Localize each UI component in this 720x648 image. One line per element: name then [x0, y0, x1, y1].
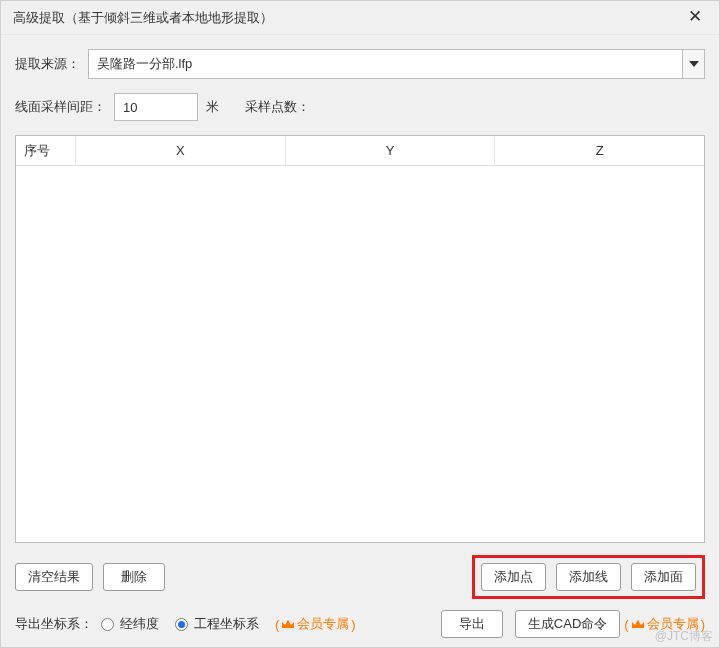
- source-label: 提取来源：: [15, 55, 80, 73]
- table-body: [16, 166, 704, 542]
- export-coord-label: 导出坐标系：: [15, 615, 93, 633]
- data-table: 序号 X Y Z: [15, 135, 705, 543]
- col-y[interactable]: Y: [286, 136, 496, 165]
- close-icon[interactable]: ✕: [681, 7, 709, 29]
- clear-button[interactable]: 清空结果: [15, 563, 93, 591]
- add-point-button[interactable]: 添加点: [481, 563, 546, 591]
- coord-radio-group: 经纬度 工程坐标系 (会员专属): [101, 615, 356, 633]
- chevron-down-icon[interactable]: [682, 50, 704, 78]
- interval-unit: 米: [206, 98, 219, 116]
- interval-label: 线面采样间距：: [15, 98, 106, 116]
- content-area: 提取来源： 吴隆路一分部.lfp 线面采样间距： 米 采样点数： 序号 X Y …: [1, 35, 719, 647]
- vip-badge: (会员专属): [275, 615, 356, 633]
- col-z[interactable]: Z: [495, 136, 704, 165]
- export-button[interactable]: 导出: [441, 610, 503, 638]
- highlight-box: 添加点 添加线 添加面: [472, 555, 705, 599]
- table-header: 序号 X Y Z: [16, 136, 704, 166]
- sampling-row: 线面采样间距： 米 采样点数：: [15, 93, 705, 121]
- interval-input[interactable]: [114, 93, 198, 121]
- export-row: 导出坐标系： 经纬度 工程坐标系 (会员专属) 导出 生成CAD命令 (会员专属…: [15, 609, 705, 639]
- source-value: 吴隆路一分部.lfp: [97, 55, 682, 73]
- crown-icon: [281, 619, 295, 629]
- dialog: 高级提取（基于倾斜三维或者本地地形提取） ✕ 提取来源： 吴隆路一分部.lfp …: [0, 0, 720, 648]
- count-label: 采样点数：: [245, 98, 310, 116]
- radio-engineering-label: 工程坐标系: [194, 615, 259, 633]
- source-combo[interactable]: 吴隆路一分部.lfp: [88, 49, 705, 79]
- vip-badge-cad: (会员专属): [624, 615, 705, 633]
- titlebar: 高级提取（基于倾斜三维或者本地地形提取） ✕: [1, 1, 719, 35]
- col-x[interactable]: X: [76, 136, 286, 165]
- radio-lnglat-label: 经纬度: [120, 615, 159, 633]
- dialog-title: 高级提取（基于倾斜三维或者本地地形提取）: [13, 9, 681, 27]
- add-face-button[interactable]: 添加面: [631, 563, 696, 591]
- gen-cad-button[interactable]: 生成CAD命令: [515, 610, 620, 638]
- radio-lnglat[interactable]: [101, 618, 114, 631]
- source-row: 提取来源： 吴隆路一分部.lfp: [15, 49, 705, 79]
- add-line-button[interactable]: 添加线: [556, 563, 621, 591]
- delete-button[interactable]: 删除: [103, 563, 165, 591]
- col-seq[interactable]: 序号: [16, 136, 76, 165]
- radio-engineering[interactable]: [175, 618, 188, 631]
- crown-icon: [631, 619, 645, 629]
- action-buttons-row: 清空结果 删除 添加点 添加线 添加面: [15, 555, 705, 599]
